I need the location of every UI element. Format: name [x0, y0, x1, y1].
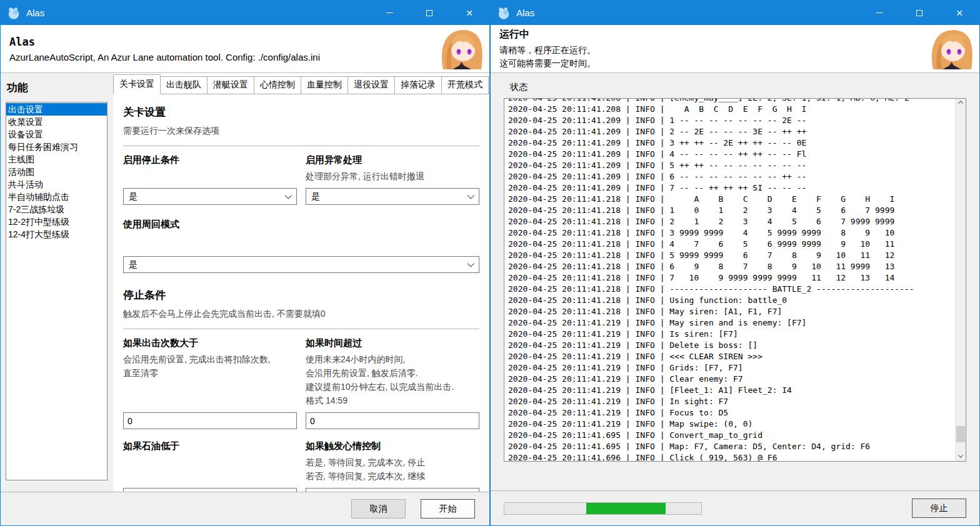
running-title: 运行中	[499, 28, 928, 41]
log-panel: 2020-04-25 20:11:41.208 | INFO | [enemy_…	[504, 98, 966, 462]
field-enable-stop: 启用停止条件 是	[123, 154, 297, 205]
screen: Alas ✕ Alas AzurLaneAutoScript, An Azur …	[0, 0, 980, 526]
log-line: 2020-04-25 20:11:41.208 | INFO | A B C D…	[508, 104, 955, 115]
caption-buttons: ✕	[859, 1, 979, 25]
runner-titlebar[interactable]: Alas ✕	[491, 1, 979, 25]
minimize-button[interactable]	[859, 1, 899, 25]
sidebar-item[interactable]: 共斗活动	[6, 178, 107, 191]
app-title: Alas	[9, 36, 438, 48]
tab[interactable]: 血量控制	[301, 76, 348, 94]
scrollbar-thumb[interactable]	[956, 426, 965, 442]
stop-section-subtitle: 触发后不会马上停止会先完成当前出击, 不需要就填0	[123, 309, 479, 320]
stop-section-title: 停止条件	[123, 288, 479, 302]
settings-header-text: Alas AzurLaneAutoScript, An Azur Lane au…	[9, 36, 438, 62]
sidebar-item[interactable]: 半自动辅助点击	[6, 191, 107, 203]
field-count-over: 如果出击次数大于 会沿用先前设置, 完成出击将扣除次数, 直至清零	[123, 337, 297, 429]
settings-titlebar[interactable]: Alas ✕	[1, 1, 489, 25]
log-line: 2020-04-25 20:11:41.209 | INFO | 5 ++ ++…	[508, 160, 955, 171]
sidebar-item[interactable]: 出击设置	[6, 103, 107, 116]
sidebar-item[interactable]: 12-2打中型练级	[6, 216, 107, 228]
sidebar-item[interactable]: 设备设置	[6, 128, 107, 141]
log-line: 2020-04-25 20:11:41.218 | INFO | 2 1 2 3…	[508, 216, 955, 227]
settings-window: Alas ✕ Alas AzurLaneAutoScript, An Azur …	[0, 0, 490, 526]
log-line: 2020-04-25 20:11:41.209 | INFO | 2 -- 2E…	[508, 126, 955, 137]
field-time-over: 如果时间超过 使用未来24小时内的时间, 会沿用先前设置, 触发后清零. 建议提…	[306, 337, 479, 429]
log-scrollbar[interactable]	[955, 99, 966, 461]
sidebar-item[interactable]: 活动图	[6, 166, 107, 178]
avatar	[928, 28, 974, 69]
stop-button[interactable]: 停止	[912, 499, 966, 518]
enable-stop-label: 启用停止条件	[123, 154, 297, 166]
sidebar-item[interactable]: 每日任务困难演习	[6, 141, 107, 153]
enable-stop-select[interactable]: 是	[123, 188, 297, 205]
log-line: 2020-04-25 20:11:41.209 | INFO | 6 -- --…	[508, 171, 955, 182]
log-line: 2020-04-25 20:11:41.208 | INFO | [enemy_…	[508, 98, 955, 104]
scroll-up-button[interactable]	[956, 99, 966, 109]
stage-settings-page: 关卡设置 需要运行一次来保存选项 启用停止条件 是 启用异常处理	[113, 94, 489, 492]
maximize-button[interactable]	[899, 1, 939, 25]
log-line: 2020-04-25 20:11:41.218 | INFO | 6 9 8 7…	[508, 261, 955, 272]
enable-exception-label: 启用异常处理	[306, 154, 479, 166]
tab[interactable]: 关卡设置	[113, 74, 161, 94]
time-over-input[interactable]	[306, 412, 479, 429]
log-line: 2020-04-25 20:11:41.218 | INFO | -------…	[508, 284, 955, 295]
cancel-button[interactable]: 取消	[351, 499, 406, 519]
app-subtitle: AzurLaneAutoScript, An Azur Lane automat…	[9, 52, 438, 62]
log-line: 2020-04-25 20:11:41.219 | INFO | Grids: …	[508, 362, 955, 374]
enable-stop-value: 是	[129, 191, 138, 202]
log-line: 2020-04-25 20:11:41.695 | INFO | Map: F7…	[508, 441, 955, 452]
row-oil-emotion: 如果石油低于 如果触发心情控制 若是, 等待回复, 完成本次, 停止 若否, 等…	[123, 440, 479, 492]
log-line: 2020-04-25 20:11:41.218 | INFO | A B C D…	[508, 194, 955, 205]
function-listbox[interactable]: 出击设置收菜设置设备设置每日任务困难演习主线图活动图共斗活动半自动辅助点击7-2…	[6, 102, 108, 480]
log-line: 2020-04-25 20:11:41.219 | INFO | <<< CLE…	[508, 351, 955, 362]
log-line: 2020-04-25 20:11:41.218 | INFO | 5 9999 …	[508, 250, 955, 261]
window-title: Alas	[26, 7, 44, 18]
sidebar-item[interactable]: 7-2三战拣垃圾	[6, 203, 107, 216]
log-line: 2020-04-25 20:11:41.209 | INFO | 3 ++ ++…	[508, 137, 955, 149]
tab[interactable]: 开荒模式	[441, 76, 489, 94]
runner-window: Alas ✕ 运行中 请稍等，程序正在运行。 这可能将需要一定时间。	[490, 0, 980, 526]
app-icon	[497, 6, 511, 20]
tab[interactable]: 退役设置	[348, 76, 395, 94]
loop-mode-select[interactable]: 是	[123, 256, 479, 273]
sidebar-item[interactable]: 12-4打大型练级	[6, 228, 107, 241]
sidebar-item[interactable]: 主线图	[6, 153, 107, 166]
tab[interactable]: 出击舰队	[160, 76, 208, 94]
start-button[interactable]: 开始	[421, 499, 475, 519]
settings-footer: 取消 开始	[1, 492, 489, 525]
log-line: 2020-04-25 20:11:41.218 | INFO | 4 7 6 5…	[508, 239, 955, 250]
window-title: Alas	[516, 7, 534, 18]
caption-buttons: ✕	[369, 1, 489, 25]
maximize-button[interactable]	[409, 1, 449, 25]
log-line: 2020-04-25 20:11:41.219 | INFO | Focus t…	[508, 407, 955, 419]
chevron-up-icon	[958, 101, 963, 106]
page-title: 关卡设置	[123, 105, 479, 119]
log-line: 2020-04-25 20:11:41.218 | INFO | 7 10 9 …	[508, 272, 955, 284]
scroll-down-button[interactable]	[956, 450, 966, 461]
field-loop-mode: 使用周回模式 是	[123, 213, 479, 273]
sidebar: 功能 出击设置收菜设置设备设置每日任务困难演习主线图活动图共斗活动半自动辅助点击…	[1, 73, 113, 492]
chevron-down-icon	[468, 260, 474, 267]
count-over-input[interactable]	[123, 412, 297, 429]
settings-header: Alas AzurLaneAutoScript, An Azur Lane au…	[1, 25, 489, 73]
loop-mode-label: 使用周回模式	[123, 219, 479, 231]
log-content: 2020-04-25 20:11:41.208 | INFO | [enemy_…	[504, 98, 955, 461]
log-line: 2020-04-25 20:11:41.219 | INFO | In sigh…	[508, 396, 955, 407]
close-button[interactable]: ✕	[939, 1, 979, 25]
log-line: 2020-04-25 20:11:41.219 | INFO | Clear e…	[508, 374, 955, 385]
minimize-icon	[876, 12, 883, 13]
minimize-button[interactable]	[369, 1, 409, 25]
close-button[interactable]: ✕	[449, 1, 489, 25]
enable-exception-select[interactable]: 是	[306, 188, 479, 205]
scrollbar-track[interactable]	[956, 109, 966, 450]
tab[interactable]: 潜艇设置	[207, 76, 254, 94]
sidebar-item[interactable]: 收菜设置	[6, 116, 107, 128]
app-icon	[7, 6, 21, 20]
field-oil-below: 如果石油低于	[123, 440, 297, 492]
minimize-icon	[386, 12, 393, 13]
tab[interactable]: 掉落记录	[394, 76, 442, 94]
tab[interactable]: 心情控制	[254, 76, 301, 94]
log-line: 2020-04-25 20:11:41.218 | INFO | May sir…	[508, 306, 955, 317]
log-line: 2020-04-25 20:11:41.219 | INFO | Delete …	[508, 340, 955, 351]
field-enable-exception: 启用异常处理 处理部分异常, 运行出错时撤退 是	[306, 154, 479, 205]
